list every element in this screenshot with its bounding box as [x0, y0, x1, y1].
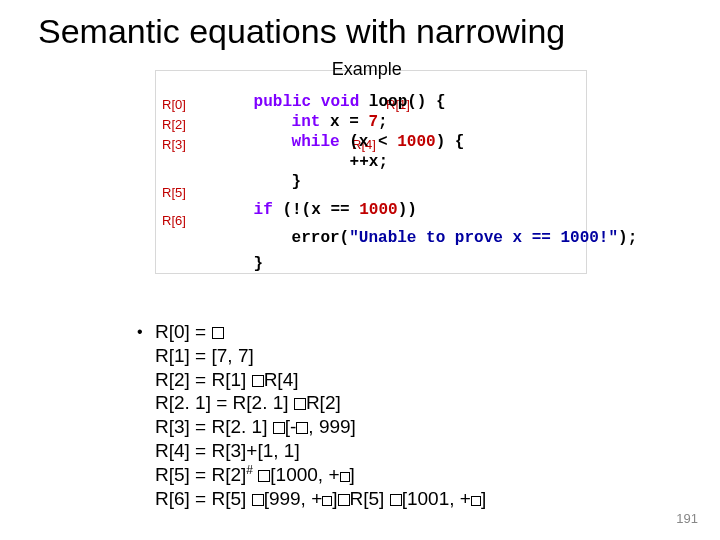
rlabel-5: R[5] — [162, 185, 186, 200]
placeholder-icon — [294, 398, 306, 410]
equation-r5: R[5] = R[2]# [1000, +] — [155, 463, 675, 487]
equation-r0: R[0] = — [155, 320, 675, 344]
rlabel-2: R[2] — [162, 117, 186, 132]
placeholder-icon — [258, 470, 270, 482]
placeholder-icon — [212, 327, 224, 339]
placeholder-icon — [390, 494, 402, 506]
equation-r4: R[4] = R[3]+[1, 1] — [155, 439, 675, 463]
equations-block: • R[0] = R[1] = [7, 7] R[2] = R[1] R[4] … — [155, 320, 675, 510]
placeholder-icon — [340, 472, 350, 482]
placeholder-icon — [322, 496, 332, 506]
rlabel-6: R[6] — [162, 213, 186, 228]
equation-r6: R[6] = R[5] [999, +]R[5] [1001, +] — [155, 487, 675, 511]
equation-r2-1: R[2. 1] = R[2. 1] R[2] — [155, 391, 675, 415]
bullet-icon: • — [137, 322, 143, 342]
placeholder-icon — [252, 494, 264, 506]
equation-r2: R[2] = R[1] R[4] — [155, 368, 675, 392]
code-line-7: error("Unable to prove x == 1000!"); — [234, 211, 637, 265]
placeholder-icon — [273, 422, 285, 434]
rlabel-0: R[0] — [162, 97, 186, 112]
code-line-8: } — [196, 237, 263, 291]
slide: Semantic equations with narrowing Exampl… — [0, 0, 720, 540]
equation-r1: R[1] = [7, 7] — [155, 344, 675, 368]
code-line-4: ++x; — [292, 135, 388, 189]
rlabel-3: R[3] — [162, 137, 186, 152]
page-number: 191 — [676, 511, 698, 526]
equation-r3: R[3] = R[2. 1] [-, 999] — [155, 415, 675, 439]
placeholder-icon — [338, 494, 350, 506]
placeholder-icon — [471, 496, 481, 506]
code-example-box: Example R[0] R[1] R[2] R[3] R[4] R[5] R[… — [155, 70, 587, 274]
placeholder-icon — [252, 375, 264, 387]
page-title: Semantic equations with narrowing — [0, 12, 720, 51]
placeholder-icon — [296, 422, 308, 434]
